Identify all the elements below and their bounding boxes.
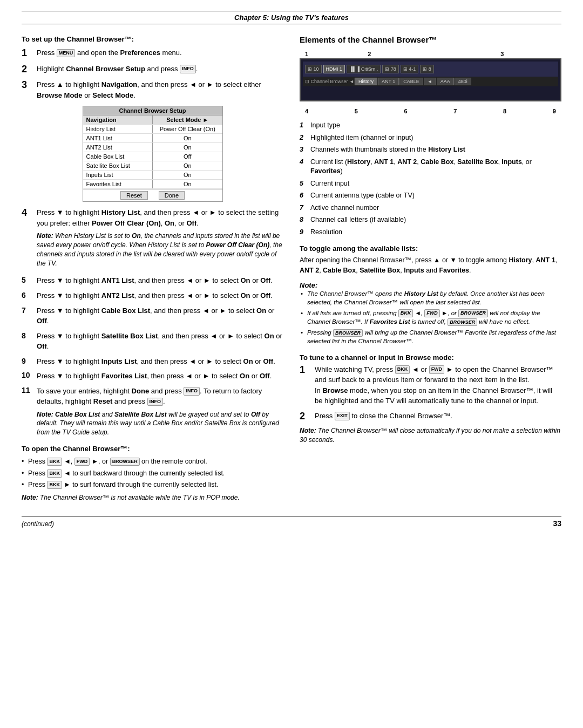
note-bullet-2: If all lists are turned off, pressing BK… — [300, 309, 561, 326]
note-section: Note: The Channel Browser™ opens the His… — [300, 281, 561, 346]
element-8: 8 Channel call letters (if available) — [300, 215, 561, 225]
done-button[interactable]: Done — [159, 191, 185, 200]
note-4: Note: When History List is set to On, th… — [37, 232, 283, 268]
table-row: ANT1 List On — [83, 134, 222, 143]
element-6: 6 Current antenna type (cable or TV) — [300, 191, 561, 201]
table-title: Channel Browser Setup — [83, 106, 222, 115]
right-column: Elements of the Channel Browser™ 1 2 3 ⊞… — [300, 35, 561, 505]
fwd-icon2: FWD — [424, 309, 440, 317]
fwd-icon: FWD — [74, 458, 90, 466]
step-1: 1 Press MENU and open the Preferences me… — [22, 47, 283, 59]
element-9: 9 Resolution — [300, 228, 561, 237]
step-5: 5 Press ▼ to highlight ANT1 List, and th… — [22, 275, 283, 286]
bkk-icon2: BKK — [47, 470, 62, 478]
table-footer: Reset Done — [83, 189, 222, 201]
tune-step-2: 2 Press EXIT to close the Channel Browse… — [300, 411, 561, 423]
note-open: Note: The Channel Browser™ is not availa… — [22, 493, 283, 502]
open-bullets: Press BKK ◄, FWD ►, or BROWSER on the re… — [22, 457, 283, 490]
step-3: 3 Press ▲ to highlight Navigation, and t… — [22, 79, 283, 100]
toggle-text: After opening the Channel Browser™, pres… — [300, 255, 561, 276]
table-row: Cable Box List Off — [83, 152, 222, 161]
info-icon3: INFO — [147, 398, 164, 406]
tune-step-1: 1 While watching TV, press BKK ◄ or FWD … — [300, 364, 561, 406]
browser-icon3: BROWSER — [448, 318, 477, 326]
page-footer: (continued) 33 — [22, 516, 561, 528]
exit-icon: EXIT — [335, 412, 350, 420]
list-item: Press BKK ► to surf forward through the … — [22, 480, 283, 490]
table-header-row: Navigation Select Mode ► — [83, 115, 222, 125]
table-row: Favorites List On — [83, 180, 222, 189]
table-row: History List Power Off Clear (On) — [83, 125, 222, 134]
chapter-title: Chapter 5: Using the TV's features — [234, 13, 349, 22]
step-6: 6 Press ▼ to highlight ANT2 List, and th… — [22, 290, 283, 301]
step-4: 4 Press ▼ to highlight History List, and… — [22, 207, 283, 271]
page-number: 33 — [553, 519, 561, 528]
note-tune: Note: The Channel Browser™ will close au… — [300, 426, 561, 445]
step-10: 10 Press ▼ to highlight Favorites List, … — [22, 371, 283, 382]
elements-list: 1 Input type 2 Highlighted item (channel… — [300, 121, 561, 237]
table-row: ANT2 List On — [83, 143, 222, 152]
toggle-title: To toggle among the available lists: — [300, 244, 561, 253]
step-7: 7 Press ▼ to highlight Cable Box List, a… — [22, 305, 283, 326]
fwd-icon3: FWD — [429, 365, 445, 374]
element-3: 3 Channels with thumbnails stored in the… — [300, 145, 561, 155]
reset-button[interactable]: Reset — [120, 191, 148, 200]
step-2: 2 Highlight Channel Browser Setup and pr… — [22, 64, 283, 76]
continued-label: (continued) — [22, 520, 54, 528]
info-icon: INFO — [180, 65, 196, 73]
elements-title: Elements of the Channel Browser™ — [300, 35, 561, 44]
bkk-icon3: BKK — [47, 481, 62, 489]
bkk-icon: BKK — [47, 458, 62, 466]
chapter-header: Chapter 5: Using the TV's features — [22, 11, 561, 24]
info-icon2: INFO — [184, 387, 200, 396]
setup-title: To set up the Channel Browser™: — [22, 35, 283, 43]
bottom-diagram-numbers: 4 5 6 7 8 9 — [300, 107, 561, 115]
step-9: 9 Press ▼ to highlight Inputs List, and … — [22, 356, 283, 367]
element-7: 7 Active channel number — [300, 203, 561, 213]
element-2: 2 Highlighted item (channel or input) — [300, 133, 561, 143]
diagram-top-row: ⊞ 10 HDMI 1 ▐▌▐ CitiSm.. ⊞ 78 ⊞ 4-1 ⊞ 8 — [303, 62, 558, 77]
browser-icon4: BROWSER — [333, 329, 363, 337]
list-item: Press BKK ◄ to surf backward through the… — [22, 469, 283, 479]
step-11: 11 To save your entries, highlight Done … — [22, 386, 283, 440]
note-bullet-3: Pressing BROWSER will bring up the Chann… — [300, 328, 561, 345]
element-1: 1 Input type — [300, 121, 561, 131]
element-4: 4 Current list (History, ANT 1, ANT 2, C… — [300, 158, 561, 176]
left-column: To set up the Channel Browser™: 1 Press … — [22, 35, 283, 505]
open-title: To open the Channel Browser™: — [22, 445, 283, 453]
tune-title: To tune to a channel or input in Browse … — [300, 353, 561, 362]
channel-browser-diagram: ⊞ 10 HDMI 1 ▐▌▐ CitiSm.. ⊞ 78 ⊞ 4-1 ⊞ 8 … — [300, 58, 561, 101]
table-row: Satellite Box List On — [83, 161, 222, 171]
menu-icon: MENU — [57, 49, 76, 58]
table-row: Inputs List On — [83, 171, 222, 180]
note-bullet-1: The Channel Browser™ opens the History L… — [300, 289, 561, 307]
bkk-icon5: BKK — [395, 365, 410, 374]
step-8: 8 Press ▼ to highlight Satellite Box Lis… — [22, 331, 283, 352]
note-bullets-list: The Channel Browser™ opens the History L… — [300, 289, 561, 346]
element-5: 5 Current input — [300, 179, 561, 189]
list-item: Press BKK ◄, FWD ►, or BROWSER on the re… — [22, 457, 283, 467]
top-diagram-numbers: 1 2 3 — [300, 50, 561, 58]
bkk-icon4: BKK — [398, 309, 413, 317]
note-11: Note: Cable Box List and Satellite Box L… — [37, 410, 283, 437]
browser-icon: BROWSER — [110, 458, 140, 466]
diagram-tab-row: ⊡ Channel Browser ◄ History ANT 1 CABLE … — [303, 77, 558, 86]
channel-browser-setup-table: Channel Browser Setup Navigation Select … — [83, 106, 223, 202]
browser-icon2: BROWSER — [458, 309, 488, 317]
